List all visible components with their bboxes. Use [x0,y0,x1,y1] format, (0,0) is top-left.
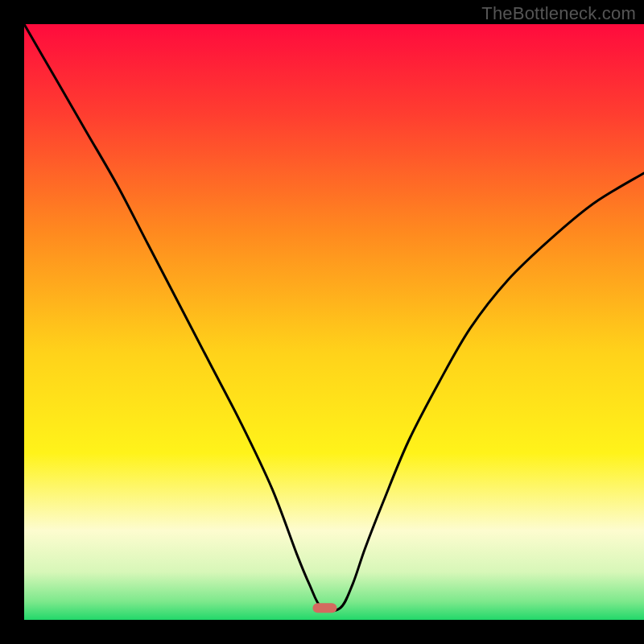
watermark-text: TheBottleneck.com [481,3,636,24]
plot-area [24,24,644,620]
bottleneck-chart [24,24,644,620]
chart-frame: TheBottleneck.com [0,0,644,644]
optimal-marker [312,603,336,613]
gradient-background [24,24,644,620]
